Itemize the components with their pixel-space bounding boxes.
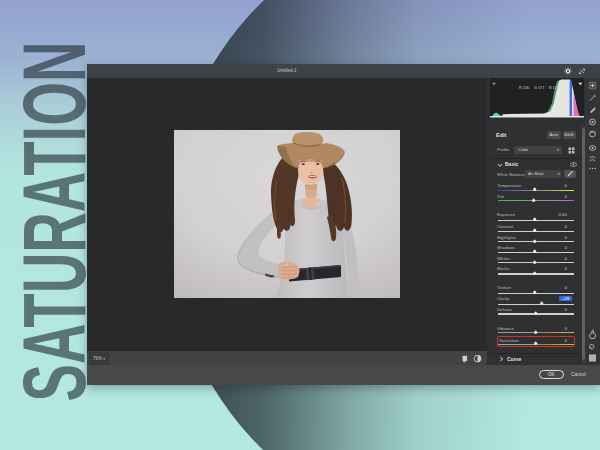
svg-text:B 192: B 192 [549,86,559,90]
svg-text:R 106: R 106 [519,86,529,90]
svg-text:G 177: G 177 [534,86,544,90]
